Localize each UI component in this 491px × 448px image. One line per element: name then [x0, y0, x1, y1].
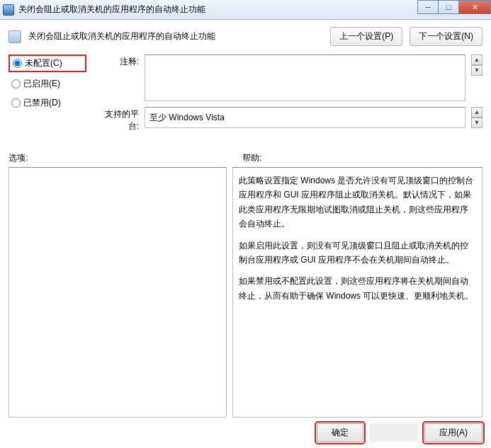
comment-scroll: ▲ ▼ [471, 54, 482, 76]
right-column: 注释: ▲ ▼ 支持的平台: 至少 Windows Vista ▲ ▼ [95, 54, 482, 138]
header-row: 关闭会阻止或取消关机的应用程序的自动终止功能 上一个设置(P) 下一个设置(N) [9, 27, 482, 46]
scroll-up-icon[interactable]: ▲ [471, 54, 482, 65]
policy-title: 关闭会阻止或取消关机的应用程序的自动终止功能 [28, 30, 323, 42]
platform-value: 至少 Windows Vista [145, 107, 465, 128]
radio-enabled-input[interactable] [11, 79, 21, 88]
previous-setting-button[interactable]: 上一个设置(P) [330, 27, 402, 46]
maximize-button[interactable]: □ [438, 0, 459, 14]
section-labels: 选项: 帮助: [9, 152, 482, 164]
titlebar: 关闭会阻止或取消关机的应用程序的自动终止功能 ─ □ ✕ [0, 0, 491, 20]
scroll-down-icon[interactable]: ▼ [471, 65, 482, 76]
help-paragraph: 如果启用此设置，则没有可见顶级窗口且阻止或取消关机的控制台应用程序或 GUI 应… [239, 239, 476, 268]
window-title: 关闭会阻止或取消关机的应用程序的自动终止功能 [18, 4, 205, 16]
next-setting-button[interactable]: 下一个设置(N) [410, 27, 482, 46]
help-label: 帮助: [242, 152, 261, 164]
help-paragraph: 如果禁用或不配置此设置，则这些应用程序将在关机期间自动终止，从而有助于确保 Wi… [239, 274, 476, 303]
radio-disabled-input[interactable] [11, 98, 21, 108]
radio-enabled[interactable]: 已启用(E) [9, 76, 86, 91]
help-pane: 此策略设置指定 Windows 是否允许没有可见顶级窗口的控制台应用程序和 GU… [232, 167, 482, 418]
platform-text: 至少 Windows Vista [149, 112, 225, 124]
policy-header-icon [9, 30, 21, 43]
radio-disabled-label: 已禁用(D) [23, 97, 61, 109]
content-area: 关闭会阻止或取消关机的应用程序的自动终止功能 上一个设置(P) 下一个设置(N)… [0, 20, 491, 448]
radio-disabled[interactable]: 已禁用(D) [9, 96, 86, 110]
comment-label: 注释: [95, 54, 139, 68]
platform-row: 支持的平台: 至少 Windows Vista ▲ ▼ [95, 107, 482, 132]
options-pane [9, 167, 227, 418]
comment-textarea[interactable] [145, 54, 465, 101]
footer: 确定 应用(A) [9, 418, 482, 442]
options-label: 选项: [9, 152, 242, 164]
platform-scroll: ▲ ▼ [471, 107, 482, 128]
close-button[interactable]: ✕ [458, 0, 491, 14]
radio-column: 未配置(C) 已启用(E) 已禁用(D) [9, 54, 86, 138]
apply-button[interactable]: 应用(A) [424, 423, 482, 442]
platform-label: 支持的平台: [95, 107, 139, 132]
config-row: 未配置(C) 已启用(E) 已禁用(D) 注释: ▲ ▼ 支持的平台: [9, 54, 482, 138]
scroll-up-icon[interactable]: ▲ [471, 107, 482, 117]
ok-button[interactable]: 确定 [317, 423, 363, 442]
policy-icon [3, 4, 14, 16]
comment-row: 注释: ▲ ▼ [95, 54, 482, 101]
panes: 此策略设置指定 Windows 是否允许没有可见顶级窗口的控制台应用程序和 GU… [9, 167, 482, 418]
radio-not-configured[interactable]: 未配置(C) [9, 54, 86, 72]
radio-enabled-label: 已启用(E) [23, 78, 60, 90]
scroll-down-icon[interactable]: ▼ [471, 117, 482, 128]
radio-not-configured-input[interactable] [13, 59, 22, 68]
minimize-button[interactable]: ─ [417, 0, 439, 14]
window-buttons: ─ □ ✕ [417, 0, 491, 14]
obscured-button [369, 423, 419, 442]
radio-not-configured-label: 未配置(C) [25, 57, 62, 69]
help-paragraph: 此策略设置指定 Windows 是否允许没有可见顶级窗口的控制台应用程序和 GU… [239, 173, 476, 231]
